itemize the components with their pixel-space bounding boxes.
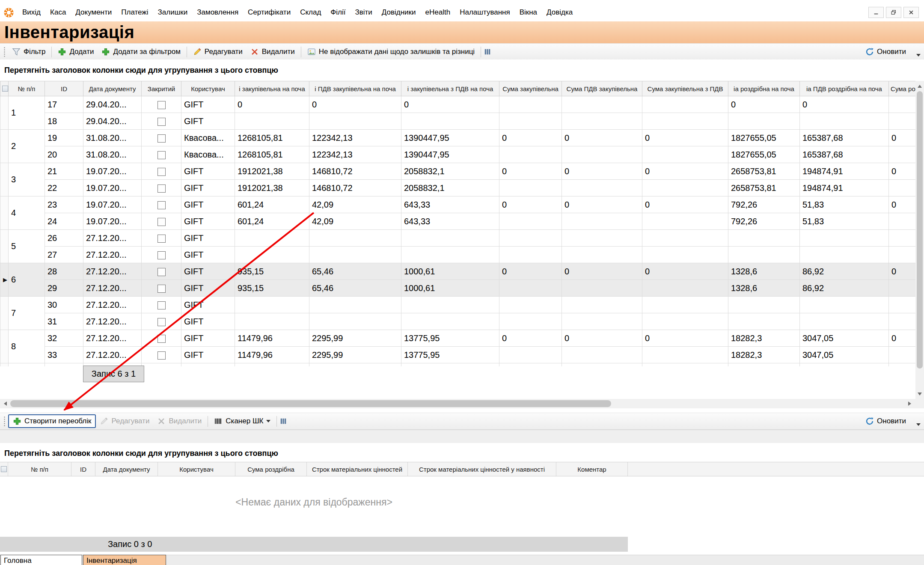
table-row[interactable]: 2219.07.20...GIFT1912021,38146810,722058… (0, 180, 924, 196)
scroll-down-button[interactable] (915, 390, 924, 398)
table-row[interactable]: 42319.07.20...GIFT601,2442,09643,3300079… (0, 196, 924, 213)
horizontal-scrollbar[interactable] (0, 399, 924, 408)
toolbar-overflow-icon[interactable] (916, 423, 921, 426)
refresh-recount-button[interactable]: Оновити (862, 415, 910, 427)
menu-item[interactable]: Каса (45, 6, 71, 19)
column-header[interactable]: ID (71, 462, 95, 476)
menu-item[interactable]: Залишки (153, 6, 193, 19)
refresh-button[interactable]: Оновити (862, 46, 910, 58)
closed-checkbox[interactable] (157, 134, 166, 143)
toolbar-grip[interactable] (3, 47, 6, 57)
column-header[interactable]: Закритий (142, 81, 181, 96)
table-row[interactable]: 21931.08.20...Квасова...1268105,81122342… (0, 130, 924, 146)
table-row[interactable]: 83227.12.20...GIFT11479,962295,9913775,9… (0, 330, 924, 347)
menu-item[interactable]: Звіти (350, 6, 377, 19)
menu-item[interactable]: Довідка (542, 6, 577, 19)
vertical-scrollbar[interactable] (915, 81, 924, 399)
column-header[interactable]: Строк матеріальних цінностей (307, 462, 408, 476)
column-header[interactable]: Користувач (158, 462, 235, 476)
barcode-scanner-button[interactable]: Сканер ШК (210, 415, 274, 427)
menu-item[interactable]: Документи (71, 6, 116, 19)
scroll-right-button[interactable] (905, 399, 914, 408)
group-by-panel[interactable]: Перетягніть заголовок колонки сюди для у… (0, 59, 924, 81)
table-row[interactable]: 52627.12.20...GIFT (0, 230, 924, 247)
closed-checkbox[interactable] (157, 201, 166, 209)
restore-button[interactable] (886, 7, 901, 18)
closed-checkbox[interactable] (157, 118, 166, 126)
column-header[interactable]: Коментар (556, 462, 628, 476)
column-header[interactable]: Користувач (181, 81, 235, 96)
closed-checkbox[interactable] (157, 184, 166, 193)
table-row[interactable]: 73027.12.20...GIFT (0, 297, 924, 313)
column-header[interactable]: Сума закупівельна (499, 81, 562, 96)
menu-item[interactable]: Замовлення (192, 6, 243, 19)
table-row[interactable]: 32119.07.20...GIFT1912021,38146810,72205… (0, 163, 924, 180)
closed-checkbox[interactable] (157, 335, 166, 343)
columns-icon[interactable] (483, 48, 492, 56)
tab-inventory[interactable]: Інвентаризація (83, 555, 166, 565)
column-header[interactable]: № п/п (8, 462, 71, 476)
table-row[interactable]: 11729.04.20...GIFT00000 (0, 96, 924, 113)
scroll-up-button[interactable] (915, 82, 924, 90)
column-header[interactable]: Дата документу (95, 462, 158, 476)
column-header[interactable]: і закупівельна з ПДВ на поча (401, 81, 499, 96)
toolbar-grip[interactable] (3, 416, 6, 426)
table-row[interactable]: 1829.04.20...GIFT (0, 113, 924, 130)
menu-item[interactable]: Платежі (116, 6, 153, 19)
menu-item[interactable]: Вікна (515, 6, 542, 19)
closed-checkbox[interactable] (157, 268, 166, 276)
horizontal-scroll-thumb[interactable] (10, 400, 611, 407)
menu-item[interactable]: Налаштування (455, 6, 515, 19)
edit-button[interactable]: Редагувати (189, 46, 247, 58)
column-header[interactable]: № п/п (9, 81, 45, 96)
add-button[interactable]: Додати (54, 46, 98, 58)
column-header[interactable]: і закупівельна на поча (235, 81, 309, 96)
toolbar-overflow-icon[interactable] (916, 54, 921, 56)
table-row[interactable]: 2727.12.20...GIFT (0, 247, 924, 263)
scroll-left-button[interactable] (1, 399, 9, 408)
menu-item[interactable]: Довідники (377, 6, 421, 19)
closed-checkbox[interactable] (157, 151, 166, 159)
closed-checkbox[interactable] (157, 318, 166, 326)
menu-item[interactable]: Сертифікати (243, 6, 295, 19)
table-row[interactable]: 2927.12.20...GIFT935,1565,461000,611328,… (0, 280, 924, 297)
vertical-scroll-thumb[interactable] (917, 91, 923, 369)
column-header[interactable]: Сума закупівельна з ПДВ (642, 81, 728, 96)
hide-balances-toggle[interactable]: Не відображати дані щодо залишків та різ… (303, 46, 478, 58)
closed-checkbox[interactable] (157, 218, 166, 226)
group-by-panel[interactable]: Перетягніть заголовок колонки сюди для у… (0, 445, 924, 462)
table-row[interactable]: 3127.12.20...GIFT (0, 313, 924, 330)
column-header[interactable]: і ПДВ закупівельна на поча (309, 81, 401, 96)
menu-item[interactable]: eHealth (421, 6, 455, 19)
delete-button[interactable]: Видалити (247, 46, 299, 58)
column-header[interactable]: Строк матеріальних цінностей у наявності (408, 462, 556, 476)
closed-checkbox[interactable] (157, 101, 166, 109)
create-recount-button[interactable]: Створити переоблік (8, 414, 96, 428)
menu-item[interactable]: Вихід (18, 6, 45, 19)
edit-recount-button[interactable]: Редагувати (96, 415, 153, 427)
closed-checkbox[interactable] (157, 235, 166, 243)
closed-checkbox[interactable] (157, 168, 166, 176)
columns-icon[interactable] (279, 417, 288, 425)
table-row[interactable]: ▶62827.12.20...GIFT935,1565,461000,61000… (0, 263, 924, 280)
column-header[interactable]: Дата документу (83, 81, 142, 96)
column-header[interactable]: Сума ПДВ закупівельна (562, 81, 642, 96)
table-row[interactable]: 3327.12.20...GIFT11479,962295,9913775,95… (0, 347, 924, 363)
column-header[interactable]: ID (45, 81, 83, 96)
add-by-filter-button[interactable]: Додати за фільтром (98, 46, 184, 58)
closed-checkbox[interactable] (157, 351, 166, 360)
close-button[interactable] (903, 7, 919, 18)
closed-checkbox[interactable] (157, 251, 166, 259)
column-header[interactable]: іа ПДВ роздрібна на поча (800, 81, 889, 96)
tab-main[interactable]: Головна (0, 555, 82, 565)
menu-item[interactable]: Склад (295, 6, 326, 19)
closed-checkbox[interactable] (157, 285, 166, 293)
column-header[interactable]: іа роздрібна на поча (728, 81, 800, 96)
filter-button[interactable]: Фільтр (8, 46, 49, 58)
table-row[interactable]: 2419.07.20...GIFT601,2442,09643,33792,26… (0, 213, 924, 230)
column-header[interactable]: Сума роздрібна (235, 462, 307, 476)
delete-recount-button[interactable]: Видалити (153, 415, 205, 427)
closed-checkbox[interactable] (157, 301, 166, 309)
minimize-button[interactable] (868, 7, 884, 18)
table-row[interactable]: 2031.08.20...Квасова...1268105,81122342,… (0, 146, 924, 163)
